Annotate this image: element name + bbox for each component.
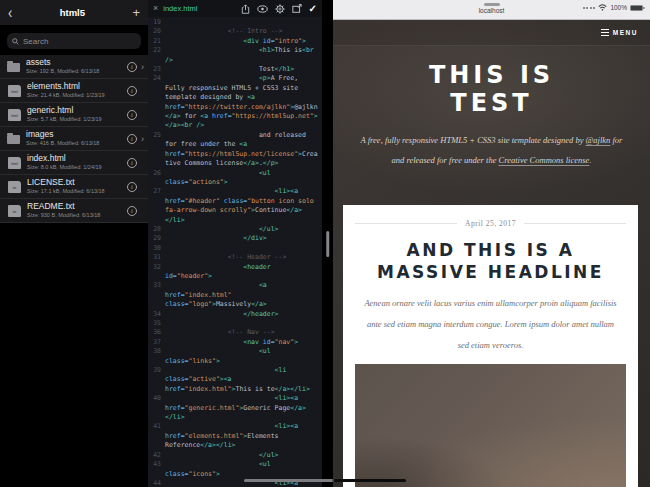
line-number: 30 (148, 244, 165, 253)
file-row[interactable]: htmlgeneric.htmlSize: 5.7 kB, Modified: … (0, 103, 148, 127)
code-line[interactable]: 36 <!-- Nav --> (148, 328, 322, 337)
code-token: "links" (188, 357, 215, 365)
code-line[interactable]: 35 (148, 319, 322, 328)
code-line[interactable]: 29 </div> (148, 234, 322, 243)
code-line[interactable]: 43 <ul class="icons"> (148, 460, 322, 479)
file-icon: txt (8, 181, 21, 193)
line-number: 27 (148, 187, 165, 225)
add-file-icon[interactable]: + (132, 6, 140, 19)
file-meta: Size: 8.0 kB, Modified: 1/24/19 (27, 164, 127, 171)
file-icon: html (8, 109, 21, 121)
code-line[interactable]: 27 <li><a href="#header" class="button i… (148, 187, 322, 225)
code-token: </a> (243, 159, 259, 167)
file-meta: Size: 5.7 kB, Modified: 1/23/19 (27, 116, 127, 123)
code-token: href= (165, 291, 185, 299)
file-icon: html (8, 85, 21, 97)
back-chevron-icon[interactable]: ‹ (8, 4, 12, 20)
code-token: <li><a (275, 394, 302, 402)
code-text (165, 244, 322, 253)
hero-link[interactable]: @ajlkn (586, 135, 611, 145)
code-line[interactable]: 19 (148, 18, 322, 27)
hero-subtitle: A free, fully responsive HTML5 + CSS3 si… (355, 131, 628, 170)
close-tab-icon[interactable]: × (153, 4, 158, 13)
code-text (165, 18, 322, 27)
code-token: <!-- Nav --> (228, 328, 275, 336)
code-text: <!-- Intro --> (165, 27, 322, 36)
menu-button[interactable]: MENU (613, 29, 638, 36)
featured-post-card: April 25, 2017 AND THIS IS A MASSIVE HEA… (343, 205, 638, 487)
code-line[interactable]: 25 and released for free under the <a hr… (148, 131, 322, 169)
share-icon[interactable] (241, 4, 250, 14)
code-token: > (216, 470, 220, 478)
home-indicator[interactable] (244, 479, 406, 483)
info-icon[interactable]: i (127, 86, 137, 96)
file-type-label: html (11, 91, 18, 95)
code-token: Generic Page (243, 404, 290, 412)
info-icon[interactable]: i (127, 182, 137, 192)
file-row[interactable]: htmlindex.htmlSize: 8.0 kB, Modified: 1/… (0, 151, 148, 175)
hamburger-menu-icon[interactable] (601, 29, 609, 36)
code-token: <nav (243, 338, 263, 346)
file-info: index.htmlSize: 8.0 kB, Modified: 1/24/1… (27, 154, 127, 170)
eye-preview-icon[interactable] (257, 5, 268, 13)
code-text (165, 319, 322, 328)
code-line[interactable]: 20 <!-- Intro --> (148, 27, 322, 36)
code-line[interactable]: 33 <a href="index.html" class="logo">Mas… (148, 281, 322, 309)
wifi-icon (598, 4, 607, 11)
file-name: images (26, 130, 127, 140)
open-file-tab[interactable]: index.html (163, 4, 235, 13)
folder-icon (7, 63, 20, 72)
code-token: </header> (243, 310, 278, 318)
file-name: elements.html (27, 82, 127, 92)
code-line[interactable]: 42 </ul> (148, 451, 322, 460)
info-icon[interactable]: i (127, 158, 137, 168)
search-input[interactable]: Search (7, 33, 141, 49)
file-row[interactable]: txtLICENSE.txtSize: 17.1 kB, Modified: 6… (0, 175, 148, 199)
code-line[interactable]: 28 </ul> (148, 225, 322, 234)
line-number: 20 (148, 27, 165, 36)
code-line[interactable]: 41 <li><a href="elements.html">Elements … (148, 422, 322, 450)
featured-image[interactable] (355, 364, 626, 487)
code-token: > (224, 178, 228, 186)
code-token: A Free, Fully responsive HTML5 + CSS3 si… (165, 74, 302, 101)
line-number: 23 (148, 65, 165, 74)
info-icon[interactable]: i (127, 110, 137, 120)
hero-link[interactable]: Creative Commons license (499, 155, 590, 165)
code-editor-area[interactable]: 1920 <!-- Intro -->21 <div id="intro">22… (148, 17, 322, 487)
code-line[interactable]: 32 <header id="header"> (148, 263, 322, 282)
code-token: "https://twitter.com/ajlkn" (185, 103, 291, 111)
file-type-label: txt (13, 211, 17, 215)
info-icon[interactable]: i (127, 62, 137, 72)
code-line[interactable]: 38 <ul class="links"> (148, 347, 322, 366)
code-line[interactable]: 40 <li><a href="generic.html">Generic Pa… (148, 394, 322, 422)
code-token: href= (212, 112, 232, 120)
post-headline[interactable]: AND THIS IS A MASSIVE HEADLINE (355, 239, 626, 283)
code-line[interactable]: 30 (148, 244, 322, 253)
code-line[interactable]: 24 <p>A Free, Fully responsive HTML5 + C… (148, 74, 322, 130)
divider-drag-handle-icon[interactable] (326, 231, 330, 257)
file-row[interactable]: txtREADME.txtSize: 930 B, Modified: 6/13… (0, 199, 148, 223)
safari-compact-bar: localhost 100% (333, 0, 650, 20)
code-line[interactable]: 22 <h1>This is<br /> (148, 46, 322, 65)
done-check-icon[interactable]: ✓ (309, 4, 317, 14)
urlbar-grabber-icon[interactable] (484, 3, 500, 6)
splitview-divider[interactable] (322, 0, 333, 487)
code-token: </ul> (259, 451, 279, 459)
code-line[interactable]: 31 <!-- Header --> (148, 253, 322, 262)
file-row[interactable]: imagesSize: 416 B, Modified: 6/13/18i› (0, 127, 148, 151)
code-line[interactable]: 37 <nav id="nav"> (148, 338, 322, 347)
code-line[interactable]: 39 <li class="active"><a href="index.htm… (148, 366, 322, 394)
info-icon[interactable]: i (127, 134, 137, 144)
code-text: <nav id="nav"> (165, 338, 322, 347)
info-icon[interactable]: i (127, 206, 137, 216)
code-line[interactable]: 34 </header> (148, 310, 322, 319)
code-line[interactable]: 26 <ul class="actions"> (148, 169, 322, 188)
settings-gear-icon[interactable] (275, 4, 285, 14)
file-row[interactable]: assetsSize: 192 B, Modified: 6/13/18i› (0, 55, 148, 79)
code-line[interactable]: 21 <div id="intro"> (148, 37, 322, 46)
code-line[interactable]: 23 Test</h1> (148, 65, 322, 74)
file-row[interactable]: htmlelements.htmlSize: 21.4 kB, Modified… (0, 79, 148, 103)
open-in-window-icon[interactable] (292, 4, 302, 13)
line-number: 21 (148, 37, 165, 46)
line-number: 29 (148, 234, 165, 243)
